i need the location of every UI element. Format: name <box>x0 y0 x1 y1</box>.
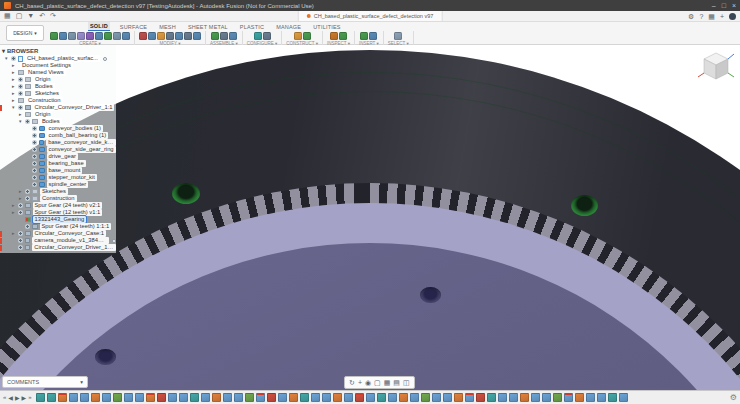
timeline-feature-icon[interactable] <box>289 393 298 402</box>
caret-right-icon[interactable]: ▸ <box>19 188 23 195</box>
caret-down-icon[interactable]: ▾ <box>12 104 16 111</box>
browser-row[interactable]: conveyor_bodies (1) <box>2 125 116 132</box>
disc-hole[interactable] <box>420 287 441 303</box>
timeline-feature-icon[interactable] <box>597 393 606 402</box>
timeline-feature-icon[interactable] <box>124 393 133 402</box>
data-panel-icon[interactable]: ▦ <box>4 12 11 20</box>
timeline-feature-icon[interactable] <box>91 393 100 402</box>
minimize-button[interactable]: – <box>712 0 716 11</box>
browser-row[interactable]: ▸Spur Gear (12 teeth) v1:1 <box>2 209 116 216</box>
fit-icon[interactable]: ▦ <box>384 376 391 389</box>
timeline-feature-icon[interactable] <box>311 393 320 402</box>
tab-surface[interactable]: SURFACE <box>118 23 149 31</box>
timeline-feature-icon[interactable] <box>102 393 111 402</box>
construct-tool-icon[interactable] <box>303 32 311 40</box>
file-icon[interactable]: ▢ <box>16 12 23 20</box>
visibility-eye-icon[interactable] <box>32 175 37 180</box>
step-back-icon[interactable]: ◀ <box>8 394 13 401</box>
browser-row[interactable]: base_conveyor_side_kit (1) <box>2 139 116 146</box>
display-settings-icon[interactable]: ▤ <box>393 376 400 389</box>
step-forward-icon[interactable]: ▶ <box>22 394 27 401</box>
visibility-eye-icon[interactable] <box>18 105 23 110</box>
visibility-eye-icon[interactable] <box>18 84 23 89</box>
create-tool-icon[interactable] <box>59 32 67 40</box>
timeline-feature-icon[interactable] <box>443 393 452 402</box>
browser-row[interactable]: ▸Document Settings <box>2 62 116 69</box>
browser-row[interactable]: Circular_Conveyor_Driver_1084 <box>2 244 116 251</box>
insert-tool-icon[interactable] <box>360 32 368 40</box>
extensions-icon[interactable]: ▦ <box>708 13 715 21</box>
caret-right-icon[interactable]: ▸ <box>12 69 16 76</box>
visibility-eye-icon[interactable] <box>32 154 37 159</box>
caret-down-icon[interactable]: ▾ <box>19 118 23 125</box>
browser-row[interactable]: ▸Construction <box>2 97 116 104</box>
browser-row[interactable]: ▾Bodies <box>2 118 116 125</box>
caret-right-icon[interactable]: ▸ <box>12 97 16 104</box>
visibility-eye-icon[interactable] <box>25 119 30 124</box>
inspect-tool-icon[interactable] <box>330 32 338 40</box>
browser-row[interactable]: base_mount <box>2 167 116 174</box>
play-icon[interactable]: ▶ <box>15 394 20 401</box>
timeline-feature-icon[interactable] <box>333 393 342 402</box>
tab-solid[interactable]: SOLID <box>88 22 110 31</box>
assemble-tool-icon[interactable] <box>229 32 237 40</box>
add-icon[interactable]: + <box>720 13 724 20</box>
timeline-feature-icon[interactable] <box>146 393 155 402</box>
timeline-feature-icon[interactable] <box>168 393 177 402</box>
workspace-selector[interactable]: DESIGN ▾ <box>6 25 44 41</box>
timeline-feature-icon[interactable] <box>553 393 562 402</box>
timeline-feature-icon[interactable] <box>509 393 518 402</box>
model-viewport[interactable]: ▾ BROWSER ▾CH_based_plastic_surfac...▸Do… <box>0 45 740 390</box>
visibility-eye-icon[interactable] <box>18 210 23 215</box>
visibility-eye-icon[interactable] <box>18 91 23 96</box>
caret-down-icon[interactable]: ▾ <box>5 55 9 62</box>
document-tab[interactable]: CH_based_plastic_surface_defect_detectio… <box>298 11 443 22</box>
timeline-feature-icon[interactable] <box>212 393 221 402</box>
timeline-feature-icon[interactable] <box>388 393 397 402</box>
timeline-feature-icon[interactable] <box>36 393 45 402</box>
activate-radio-icon[interactable] <box>103 57 107 61</box>
activate-radio-icon[interactable] <box>112 239 116 243</box>
browser-row[interactable]: ▸Sketches <box>2 90 116 97</box>
browser-row[interactable]: ▸Origin <box>2 76 116 83</box>
timeline-feature-icon[interactable] <box>564 393 573 402</box>
modify-tool-icon[interactable] <box>148 32 156 40</box>
tab-sheet-metal[interactable]: SHEET METAL <box>186 23 230 31</box>
visibility-eye-icon[interactable] <box>18 245 23 250</box>
create-tool-icon[interactable] <box>77 32 85 40</box>
timeline-feature-icon[interactable] <box>465 393 474 402</box>
timeline-feature-icon[interactable] <box>344 393 353 402</box>
visibility-eye-icon[interactable] <box>25 196 30 201</box>
inspect-tool-icon[interactable] <box>339 32 347 40</box>
timeline-feature-icon[interactable] <box>278 393 287 402</box>
browser-row[interactable]: ▸Sketches <box>2 188 116 195</box>
visibility-eye-icon[interactable] <box>32 140 37 145</box>
visibility-eye-icon[interactable] <box>32 168 37 173</box>
insert-tool-icon[interactable] <box>369 32 377 40</box>
browser-row[interactable]: ▾Circular_Conveyor_Driver_1:1 <box>2 104 116 111</box>
timeline-feature-icon[interactable] <box>300 393 309 402</box>
visibility-eye-icon[interactable] <box>32 133 37 138</box>
browser-row[interactable]: ▸Origin <box>2 111 116 118</box>
caret-right-icon[interactable]: ▸ <box>12 76 16 83</box>
timeline-feature-icon[interactable] <box>542 393 551 402</box>
visibility-eye-icon[interactable] <box>32 126 37 131</box>
timeline-feature-icon[interactable] <box>476 393 485 402</box>
avatar[interactable] <box>729 13 736 20</box>
visibility-eye-icon[interactable] <box>18 203 23 208</box>
browser-row[interactable]: 13321443_Gearing <box>2 216 116 223</box>
timeline-feature-icon[interactable] <box>256 393 265 402</box>
timeline-feature-icon[interactable] <box>421 393 430 402</box>
visibility-eye-icon[interactable] <box>32 147 37 152</box>
browser-row[interactable]: ▸Circular_Conveyor_Case:1 <box>2 230 116 237</box>
timeline-feature-icon[interactable] <box>487 393 496 402</box>
visibility-eye-icon[interactable] <box>18 231 23 236</box>
tab-manage[interactable]: MANAGE <box>274 23 303 31</box>
caret-right-icon[interactable]: ▸ <box>12 202 16 209</box>
timeline-feature-icon[interactable] <box>531 393 540 402</box>
assemble-tool-icon[interactable] <box>211 32 219 40</box>
modify-tool-icon[interactable] <box>157 32 165 40</box>
browser-row[interactable]: ▸Named Views <box>2 69 116 76</box>
viewports-icon[interactable]: ◫ <box>403 376 410 389</box>
browser-row[interactable]: drive_gear <box>2 153 116 160</box>
